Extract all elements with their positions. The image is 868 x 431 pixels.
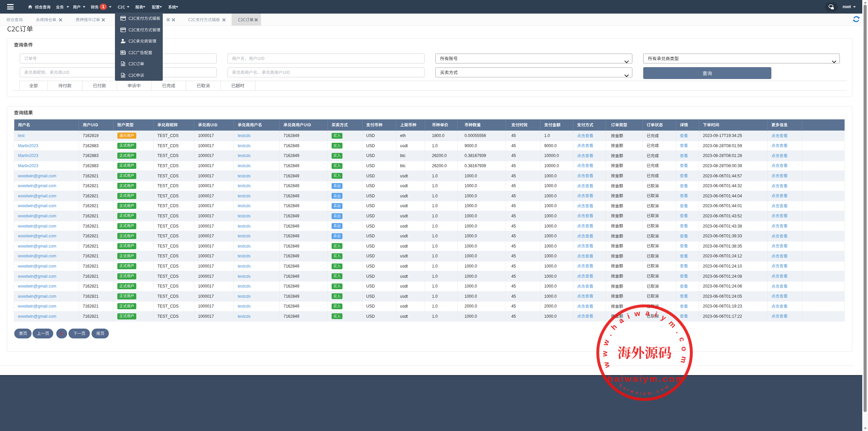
svg-text:haiwaiym.com: haiwaiym.com <box>618 383 671 396</box>
svg-text:haiwaiym.com: haiwaiym.com <box>607 374 685 384</box>
